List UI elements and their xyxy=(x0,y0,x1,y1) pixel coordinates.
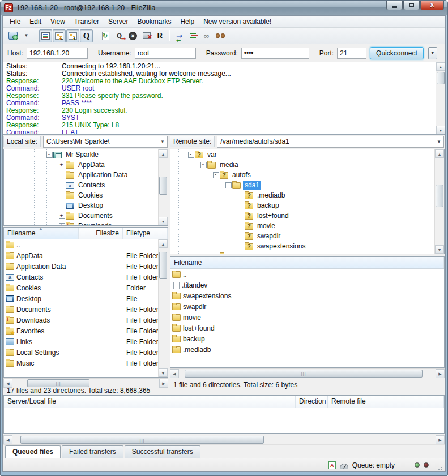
scroll-down-arrow[interactable]: ▼ xyxy=(435,245,444,254)
toggle-local-tree-button[interactable] xyxy=(53,29,66,42)
file-row-mediadb[interactable]: .mediadb xyxy=(170,344,444,355)
local-site-combobox[interactable]: C:\Users\Mr Sparkle\ ▼ xyxy=(43,136,168,148)
tree-item-contacts[interactable]: Contacts xyxy=(4,180,158,190)
chevron-down-icon[interactable]: ▼ xyxy=(158,136,167,147)
menu-item-bookmarks[interactable]: Bookmarks xyxy=(133,16,176,27)
scroll-left-arrow[interactable]: ◀ xyxy=(170,369,179,378)
scroll-thumb[interactable] xyxy=(185,370,423,378)
scroll-right-arrow[interactable]: ▶ xyxy=(436,435,445,444)
remote-list-hscrollbar[interactable]: ◀ ▶ xyxy=(170,368,445,378)
file-row-downloads[interactable]: DownloadsFile Folder xyxy=(4,315,158,325)
tree-item-media[interactable]: media xyxy=(170,160,434,170)
tree-item-sda1[interactable]: sda1 xyxy=(170,180,434,190)
username-input[interactable] xyxy=(135,48,196,59)
local-tree-vscrollbar[interactable]: ▲ ▼ xyxy=(158,149,168,225)
menu-item-server[interactable]: Server xyxy=(104,16,133,27)
scroll-up-arrow[interactable]: ▲ xyxy=(159,239,168,248)
process-queue-button[interactable]: Q xyxy=(113,29,126,42)
scroll-right-arrow[interactable]: ▶ xyxy=(436,369,445,378)
tree-item-desktop[interactable]: Desktop xyxy=(4,200,158,211)
scroll-right-arrow[interactable]: ▶ xyxy=(159,379,168,388)
data-type-icon[interactable] xyxy=(328,461,336,469)
minimize-button[interactable] xyxy=(386,1,403,10)
menu-item-transfer[interactable]: Transfer xyxy=(70,16,104,27)
file-row-local-settings[interactable]: Local SettingsFile Folder xyxy=(4,347,158,358)
toggle-queue-button[interactable]: Q xyxy=(80,29,93,42)
tree-item-var[interactable]: var xyxy=(170,149,434,160)
tree-item-autofs[interactable]: autofs xyxy=(170,170,434,180)
message-log-vscrollbar[interactable]: ▲ ▼ xyxy=(436,62,445,134)
file-row-movie[interactable]: movie xyxy=(170,312,444,323)
tree-item-backup[interactable]: backup xyxy=(170,200,434,211)
tree-item-movie[interactable]: movie xyxy=(170,221,434,231)
remote-tree-vscrollbar[interactable]: ▲ ▼ xyxy=(434,149,444,254)
file-row-cookies[interactable]: CookiesFolder xyxy=(4,282,158,293)
file-row-application-data[interactable]: Application DataFile Folder xyxy=(4,261,158,272)
menu-item-help[interactable]: Help xyxy=(176,16,199,27)
scroll-thumb[interactable] xyxy=(159,252,167,279)
queue-column-header-server-local-file[interactable]: Server/Local file xyxy=(4,396,296,408)
tree-item-mediadb[interactable]: .mediadb xyxy=(170,190,434,200)
menu-item-edit[interactable]: Edit xyxy=(25,16,46,27)
cancel-operation-button[interactable]: × xyxy=(126,29,139,42)
close-button[interactable]: X xyxy=(420,1,444,10)
scroll-thumb[interactable] xyxy=(159,177,167,195)
file-row-favorites[interactable]: FavoritesFile Folder xyxy=(4,325,158,336)
column-header-filename[interactable]: Filename xyxy=(170,257,444,268)
maximize-button[interactable] xyxy=(403,1,420,10)
scroll-thumb[interactable] xyxy=(436,185,443,207)
file-row-[interactable]: .. xyxy=(4,239,158,250)
find-files-button[interactable] xyxy=(214,29,227,42)
tab-queued-files[interactable]: Queued files xyxy=(5,445,61,458)
scroll-thumb[interactable] xyxy=(437,72,445,84)
tree-item-appdata[interactable]: AppData xyxy=(4,160,158,170)
file-row-lost-found[interactable]: lost+found xyxy=(170,323,444,333)
local-list-vscrollbar[interactable]: ▲ ▼ xyxy=(158,239,168,377)
tree-item-downloads[interactable]: Downloads xyxy=(4,221,158,225)
site-manager-button[interactable] xyxy=(6,29,19,42)
reconnect-button[interactable]: R xyxy=(153,29,167,42)
disconnect-button[interactable] xyxy=(140,29,153,42)
scroll-thumb[interactable] xyxy=(20,436,264,444)
scroll-left-arrow[interactable]: ◀ xyxy=(3,379,12,388)
directory-comparison-button[interactable]: → xyxy=(173,29,186,42)
refresh-button[interactable] xyxy=(99,29,112,42)
synchronized-browsing-button[interactable]: ∞ xyxy=(200,29,213,42)
scroll-thumb[interactable] xyxy=(27,379,89,387)
menu-item-file[interactable]: File xyxy=(5,16,25,27)
column-header-filesize[interactable]: Filesize xyxy=(79,228,123,239)
file-row-titandev[interactable]: .titandev xyxy=(170,280,444,290)
port-input[interactable] xyxy=(337,48,366,59)
toggle-remote-tree-button[interactable] xyxy=(66,29,79,42)
file-row-backup[interactable]: backup xyxy=(170,333,444,344)
file-row-contacts[interactable]: ContactsFile Folder xyxy=(4,272,158,282)
file-row-swapextensions[interactable]: swapextensions xyxy=(170,290,444,301)
tree-item-application-data[interactable]: Application Data xyxy=(4,170,158,180)
file-row-appdata[interactable]: AppDataFile Folder xyxy=(4,250,158,261)
chevron-down-icon[interactable]: ▼ xyxy=(434,136,443,147)
tree-item-documents[interactable]: Documents xyxy=(4,211,158,221)
tree-item-swapdir[interactable]: swapdir xyxy=(170,231,434,241)
local-list-hscrollbar[interactable]: ◀ ▶ xyxy=(3,378,168,388)
quickconnect-button[interactable]: Quickconnect xyxy=(370,47,424,59)
file-row-swapdir[interactable]: swapdir xyxy=(170,301,444,312)
column-header-filename[interactable]: Filename▲ xyxy=(4,228,79,239)
scroll-left-arrow[interactable]: ◀ xyxy=(3,435,12,444)
file-row-documents[interactable]: DocumentsFile Folder xyxy=(4,304,158,315)
file-row-desktop[interactable]: DesktopFile xyxy=(4,293,158,304)
tree-item-dvd[interactable]: dvd xyxy=(170,251,434,254)
scroll-up-arrow[interactable]: ▲ xyxy=(436,62,445,71)
scroll-down-arrow[interactable]: ▼ xyxy=(159,368,168,377)
tree-item-swapextensions[interactable]: swapextensions xyxy=(170,241,434,251)
directory-listing-filters-button[interactable] xyxy=(186,29,199,42)
host-input[interactable] xyxy=(27,48,88,59)
queue-column-header-direction[interactable]: Direction xyxy=(296,396,328,408)
speed-limits-icon[interactable] xyxy=(340,464,348,469)
queue-column-header-remote-file[interactable]: Remote file xyxy=(328,396,444,408)
file-row-music[interactable]: MusicFile Folder xyxy=(4,358,158,368)
scroll-up-arrow[interactable]: ▲ xyxy=(159,149,168,158)
remote-site-combobox[interactable]: /var/media/autofs/sda1 ▼ xyxy=(217,136,444,148)
menu-item-view[interactable]: View xyxy=(46,16,70,27)
scroll-up-arrow[interactable]: ▲ xyxy=(435,149,444,158)
tree-item-lost-found[interactable]: lost+found xyxy=(170,211,434,221)
